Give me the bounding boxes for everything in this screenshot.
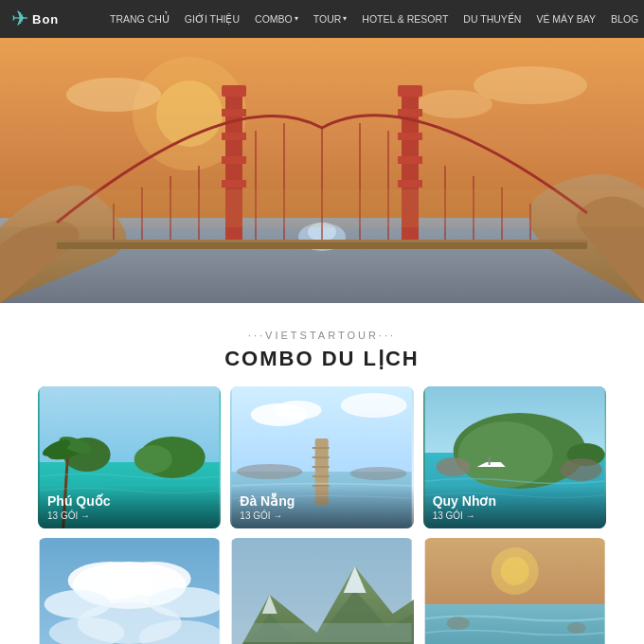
card-da-nang[interactable]: Đà Nẵng 13 GÓI →: [230, 386, 413, 528]
svg-point-3: [66, 78, 161, 112]
card-count-phu-quoc: 13 GÓI →: [47, 510, 211, 521]
nav-ve-may-bay[interactable]: VÉ MÁY BAY: [528, 0, 603, 38]
svg-point-50: [341, 393, 407, 418]
logo-icon: ✈: [11, 7, 28, 31]
card-count-quy-nhon: 13 GÓI →: [433, 510, 597, 521]
combo-grid: Phú Quốc 13 GÓI →: [0, 386, 644, 644]
svg-rect-12: [222, 133, 246, 140]
card-overlay-phu-quoc: Phú Quốc 13 GÓI →: [38, 486, 221, 528]
card-overlay-quy-nhon: Quy Nhơn 13 GÓI →: [423, 486, 606, 528]
svg-point-66: [560, 458, 601, 481]
section-subtitle: ···VIETSTARTOUR···: [0, 330, 644, 341]
svg-rect-17: [398, 109, 422, 116]
navigation: ✈ Bon TRANG CHỦ GIỚI THIỆU COMBO ▾ TOUR …: [0, 0, 644, 38]
svg-point-5: [417, 90, 492, 118]
tour-dropdown-arrow: ▾: [343, 0, 347, 38]
card-quy-nhon[interactable]: Quy Nhơn 13 GÓI →: [423, 386, 606, 528]
svg-point-40: [134, 445, 172, 474]
svg-rect-19: [398, 156, 422, 164]
nav-trang-chu[interactable]: TRANG CHỦ: [102, 0, 177, 38]
nav-du-thuyen[interactable]: DU THUYỀN: [456, 0, 528, 38]
svg-point-57: [237, 464, 303, 479]
svg-rect-36: [0, 189, 644, 227]
card-bottom-1[interactable]: [38, 538, 221, 644]
card-title-phu-quoc: Phú Quốc: [47, 493, 211, 509]
section-title: COMBO DU LỊCH: [0, 347, 644, 371]
card-title-da-nang: Đà Nẵng: [240, 493, 403, 509]
svg-rect-11: [222, 109, 246, 116]
svg-point-4: [474, 66, 587, 104]
logo[interactable]: ✈ Bon: [11, 7, 87, 31]
svg-rect-64: [488, 457, 490, 465]
card-bottom-3[interactable]: [423, 538, 606, 644]
svg-point-49: [275, 401, 322, 420]
nav-items: TRANG CHỦ GIỚI THIỆU COMBO ▾ TOUR ▾ HOTE…: [102, 0, 644, 38]
combo-dropdown-arrow: ▾: [295, 0, 298, 38]
svg-point-62: [457, 421, 552, 488]
svg-rect-16: [398, 85, 422, 97]
svg-point-65: [436, 457, 470, 476]
svg-rect-35: [57, 240, 587, 242]
svg-rect-18: [398, 133, 422, 140]
card-count-da-nang: 13 GÓI →: [240, 510, 403, 521]
card-overlay-da-nang: Đà Nẵng 13 GÓI →: [230, 486, 413, 528]
nav-gioi-thieu[interactable]: GIỚI THIỆU: [177, 0, 247, 38]
nav-hotel-resort[interactable]: HOTEL & RESORT: [354, 0, 456, 38]
svg-rect-10: [222, 85, 246, 97]
svg-rect-13: [222, 156, 246, 164]
nav-tour[interactable]: TOUR ▾: [306, 0, 355, 38]
section-header: ···VIETSTARTOUR··· COMBO DU LỊCH: [0, 303, 644, 386]
svg-rect-14: [222, 180, 246, 188]
svg-point-85: [566, 622, 585, 634]
card-bottom-2[interactable]: [230, 538, 413, 644]
card-title-quy-nhon: Quy Nhơn: [433, 493, 597, 509]
svg-point-58: [350, 467, 407, 480]
svg-rect-20: [398, 180, 422, 188]
svg-point-83: [500, 557, 528, 585]
hero-banner: [0, 38, 644, 303]
card-phu-quoc[interactable]: Phú Quốc 13 GÓI →: [38, 386, 221, 528]
nav-combo[interactable]: COMBO ▾: [247, 0, 306, 38]
logo-text: Bon: [32, 12, 59, 27]
svg-rect-78: [232, 623, 412, 642]
nav-blog[interactable]: BLOG: [603, 0, 644, 38]
svg-point-84: [446, 617, 469, 630]
